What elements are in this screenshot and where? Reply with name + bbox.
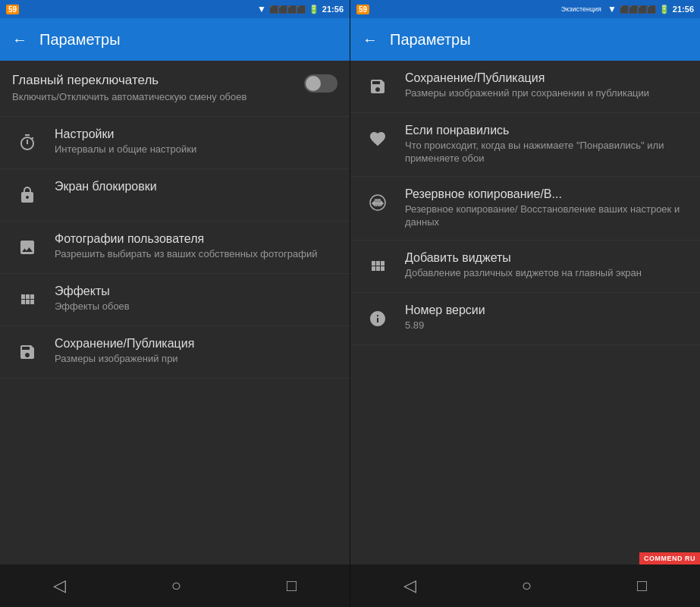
app-title-left: Параметры xyxy=(39,31,121,49)
back-button-right[interactable]: ← xyxy=(363,31,378,49)
heart-icon xyxy=(363,124,393,154)
info-icon xyxy=(363,304,393,334)
main-switch-content: Главный переключатель Включить/Отключить… xyxy=(12,73,298,104)
nav-home-left[interactable]: ○ xyxy=(171,576,181,596)
settings-list-right: Сохранение/Публикация Размеры изображени… xyxy=(350,61,700,565)
settings-item-effects[interactable]: Эффекты Эффекты обоев xyxy=(0,274,350,326)
wifi-icon-right: ▼ xyxy=(607,4,617,14)
main-switch-item[interactable]: Главный переключатель Включить/Отключить… xyxy=(0,61,350,117)
battery-icon-left: 🔋 xyxy=(309,5,319,14)
lock-text: Экран блокировки xyxy=(55,180,337,193)
settings-item-settings[interactable]: Настройки Интервалы и общие настройки xyxy=(0,117,350,169)
nav-back-left[interactable]: ◁ xyxy=(53,576,66,596)
liked-text: Если понравились Что происходит, когда в… xyxy=(405,124,688,165)
save-r-title: Сохранение/Публикация xyxy=(405,71,688,85)
recommend-watermark: COMMEND RU xyxy=(639,552,700,565)
backup-icon xyxy=(363,187,393,218)
photos-title: Фотографии пользователя xyxy=(55,232,337,246)
effects-title: Эффекты xyxy=(55,285,337,298)
time-right: 21:56 xyxy=(673,5,694,14)
save-r-subtitle: Размеры изображений при сохранении и пуб… xyxy=(405,87,688,100)
save-icon-left xyxy=(12,337,42,367)
settings-title: Настройки xyxy=(55,127,337,141)
effects-icon xyxy=(12,285,42,315)
settings-item-lock[interactable]: Экран блокировки xyxy=(0,169,350,222)
battery-badge-left: 59 xyxy=(6,5,19,14)
settings-item-liked[interactable]: Если понравились Что происходит, когда в… xyxy=(350,113,700,177)
settings-item-backup[interactable]: Резервное копирование/В... Резервное коп… xyxy=(350,177,700,241)
version-number: 5.89 xyxy=(405,319,688,332)
status-bar-left: 59 ▼ ⬛⬛⬛⬛ 🔋 21:56 xyxy=(0,0,350,18)
main-switch-title: Главный переключатель xyxy=(12,73,298,88)
app-bar-right: ← Параметры xyxy=(350,18,700,61)
back-button-left[interactable]: ← xyxy=(12,31,27,49)
battery-badge-right: 59 xyxy=(356,5,369,14)
widgets-title: Добавить виджеты xyxy=(405,251,688,265)
lock-title: Экран блокировки xyxy=(55,180,337,193)
app-title-right: Параметры xyxy=(390,31,471,49)
nav-bar-left: ◁ ○ □ xyxy=(0,565,350,607)
nav-back-right[interactable]: ◁ xyxy=(403,576,416,596)
save-title: Сохранение/Публикация xyxy=(55,337,337,351)
widgets-text: Добавить виджеты Добавление различных ви… xyxy=(405,251,688,280)
status-right-icons: ▼ ⬛⬛⬛⬛ 🔋 21:56 xyxy=(257,4,344,14)
left-panel: 59 ▼ ⬛⬛⬛⬛ 🔋 21:56 ← Параметры Главный пе… xyxy=(0,0,350,607)
liked-title: Если понравились xyxy=(405,124,688,137)
battery-icon-right: 🔋 xyxy=(659,5,670,14)
signal-icon-right: ⬛⬛⬛⬛ xyxy=(620,5,656,14)
signal-icon-left: ⬛⬛⬛⬛ xyxy=(269,5,306,14)
status-right-left-icons: 59 xyxy=(356,5,369,14)
effects-subtitle: Эффекты обоев xyxy=(55,300,337,313)
nav-recent-left[interactable]: □ xyxy=(287,576,297,596)
backup-title: Резервное копирование/В... xyxy=(405,187,688,201)
settings-item-photos[interactable]: Фотографии пользователя Разрешить выбира… xyxy=(0,222,350,274)
time-left: 21:56 xyxy=(322,5,344,14)
right-panel: 59 Экзистенция ▼ ⬛⬛⬛⬛ 🔋 21:56 ← Параметр… xyxy=(350,0,700,607)
timer-icon xyxy=(12,127,42,158)
settings-item-save[interactable]: Сохранение/Публикация Размеры изображени… xyxy=(0,326,350,379)
main-switch-subtitle: Включить/Отключить автоматическую смену … xyxy=(12,91,298,104)
toggle-switch[interactable] xyxy=(304,74,337,93)
status-left-icons: 59 xyxy=(6,5,19,14)
settings-subtitle: Интервалы и общие настройки xyxy=(55,143,337,156)
settings-text: Настройки Интервалы и общие настройки xyxy=(55,127,337,156)
save-subtitle: Размеры изображений при xyxy=(55,353,337,366)
backup-text: Резервное копирование/В... Резервное коп… xyxy=(405,187,688,229)
effects-text: Эффекты Эффекты обоев xyxy=(55,285,337,313)
save-r-text: Сохранение/Публикация Размеры изображени… xyxy=(405,71,688,100)
status-right-right-icons: Экзистенция ▼ ⬛⬛⬛⬛ 🔋 21:56 xyxy=(561,4,694,14)
lock-icon xyxy=(12,180,42,210)
photos-subtitle: Разрешить выбирать из ваших собственных … xyxy=(55,248,337,261)
nav-home-right[interactable]: ○ xyxy=(522,576,532,596)
status-bar-right: 59 Экзистенция ▼ ⬛⬛⬛⬛ 🔋 21:56 xyxy=(350,0,700,18)
settings-item-version[interactable]: Номер версии 5.89 xyxy=(350,293,700,345)
settings-list-left: Главный переключатель Включить/Отключить… xyxy=(0,61,350,565)
version-text: Номер версии 5.89 xyxy=(405,304,688,332)
widgets-subtitle: Добавление различных виджетов на главный… xyxy=(405,267,688,280)
nav-bar-right: ◁ ○ □ xyxy=(350,565,700,607)
settings-item-widgets[interactable]: Добавить виджеты Добавление различных ви… xyxy=(350,241,700,293)
eksistentsiya-label: Экзистенция xyxy=(561,5,601,13)
nav-recent-right[interactable]: □ xyxy=(637,576,647,596)
settings-item-save-r[interactable]: Сохранение/Публикация Размеры изображени… xyxy=(350,61,700,113)
widgets-icon xyxy=(363,251,393,281)
app-bar-left: ← Параметры xyxy=(0,18,350,61)
photos-text: Фотографии пользователя Разрешить выбира… xyxy=(55,232,337,261)
save-icon-right xyxy=(363,71,393,102)
save-text: Сохранение/Публикация Размеры изображени… xyxy=(55,337,337,366)
backup-subtitle: Резервное копирование/ Восстановление ва… xyxy=(405,203,688,229)
photo-icon xyxy=(12,232,42,263)
wifi-icon-left: ▼ xyxy=(257,4,266,14)
version-title: Номер версии xyxy=(405,304,688,317)
toggle-knob xyxy=(306,76,321,91)
liked-subtitle: Что происходит, когда вы нажимаете "Понр… xyxy=(405,140,688,165)
